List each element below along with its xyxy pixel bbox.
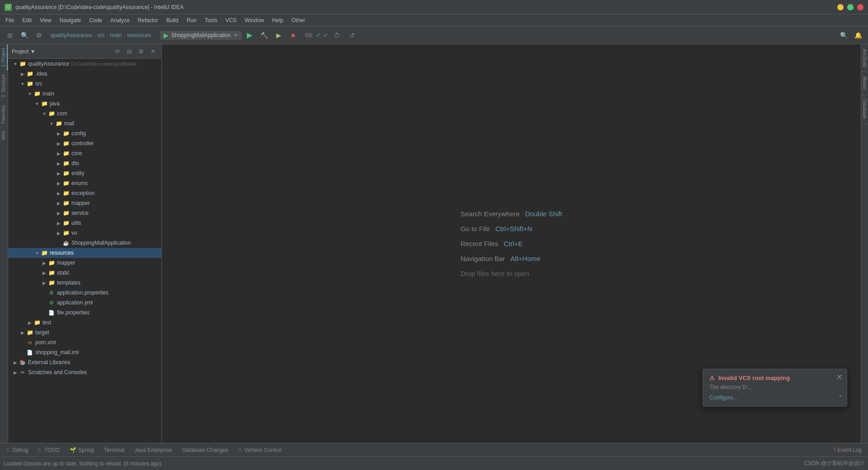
title-text: qualityAssurance [D:\Code\idea-code\qual…: [15, 4, 837, 10]
tree-item-mapper[interactable]: ▶ 📁 mapper: [8, 198, 161, 208]
notification-close-button[interactable]: ✕: [836, 373, 842, 381]
tab-event-log[interactable]: ! Event Log: [830, 445, 866, 455]
folder-icon: 📁: [62, 170, 70, 177]
tab-project[interactable]: 1: Project: [0, 44, 8, 71]
folder-icon: 📁: [26, 329, 33, 336]
menu-view[interactable]: View: [36, 16, 55, 25]
tab-structure[interactable]: 2: Structure: [0, 71, 8, 101]
bc-project[interactable]: qualityAssurance: [51, 32, 92, 38]
tab-version-control[interactable]: 9: Version Control: [234, 445, 286, 455]
folder-icon: 📁: [33, 90, 41, 97]
tree-item-static[interactable]: ▶ 📁 static: [8, 268, 161, 278]
tab-ant-build[interactable]: Ant Build: [861, 44, 868, 72]
maximize-button[interactable]: [847, 4, 854, 10]
notification-expand-btn[interactable]: ˅: [839, 394, 842, 403]
tree-item-target[interactable]: ▶ 📁 target: [8, 328, 161, 337]
menu-help[interactable]: Help: [269, 16, 287, 25]
tree-item-entity[interactable]: ▶ 📁 entity: [8, 168, 161, 178]
coverage-button[interactable]: ▶: [272, 29, 285, 42]
folder-icon: 📁: [62, 219, 70, 227]
menu-tools[interactable]: Tools: [201, 16, 221, 25]
tree-label-service: service: [71, 210, 89, 216]
tab-maven[interactable]: Maven: [861, 72, 868, 95]
tree-item-service[interactable]: ▶ 📁 service: [8, 208, 161, 218]
menu-refactor[interactable]: Refactor: [134, 16, 162, 25]
tab-todo[interactable]: 6: TODO: [34, 445, 65, 455]
tree-item-templates[interactable]: ▶ 📁 templates: [8, 278, 161, 288]
close-button[interactable]: [857, 4, 863, 10]
tree-item-vo[interactable]: ▶ 📁 vo: [8, 228, 161, 238]
tree-item-resources[interactable]: ▼ 📁 resources: [8, 248, 161, 258]
tree-item-iml[interactable]: ▶ 📄 shopping_mall.iml: [8, 347, 161, 357]
tree-item-mall[interactable]: ▼ 📁 mall: [8, 119, 161, 128]
git-area: Git: ✓ ✓ ⏱ ↺: [305, 29, 359, 42]
menu-analyze[interactable]: Analyze: [107, 16, 133, 25]
tree-item-config[interactable]: ▶ 📁 config: [8, 128, 161, 138]
build-button[interactable]: 🔨: [258, 29, 270, 42]
menu-edit[interactable]: Edit: [19, 16, 35, 25]
toolbar-search-btn[interactable]: 🔍: [18, 29, 31, 42]
tree-item-mapper2[interactable]: ▶ 📁 mapper: [8, 258, 161, 268]
menu-run[interactable]: Run: [183, 16, 200, 25]
tree-item-scratches[interactable]: ▶ ✏ Scratches and Consoles: [8, 367, 161, 377]
tree-item-appprop[interactable]: ▶ ⚙ application.properties: [8, 288, 161, 298]
folder-icon: 📁: [55, 120, 62, 127]
menu-file[interactable]: File: [2, 16, 18, 25]
tree-item-test[interactable]: ▶ 📁 test: [8, 318, 161, 328]
tree-item-appyml[interactable]: ▶ ⚙ application.yml: [8, 298, 161, 308]
menu-other[interactable]: Other: [288, 16, 309, 25]
menu-navigate[interactable]: Navigate: [56, 16, 85, 25]
tree-item-exception[interactable]: ▶ 📁 exception: [8, 188, 161, 198]
tab-java-enterprise[interactable]: Java Enterprise: [130, 445, 176, 455]
project-settings-btn[interactable]: ⚙: [136, 47, 146, 57]
tree-item-java[interactable]: ▼ 📁 java: [8, 99, 161, 109]
run-button[interactable]: ▶: [243, 29, 256, 42]
run-config-selector[interactable]: ▶ ShoppingMallApplication ▼: [160, 31, 241, 40]
window-controls[interactable]: [837, 4, 863, 10]
search-everywhere-btn[interactable]: 🔍: [837, 29, 850, 42]
project-header-title: Project ▼: [12, 48, 111, 55]
tab-spring[interactable]: 🌱 Spring: [65, 445, 99, 455]
tree-item-shoppingmallapp[interactable]: ▶ ☕ ShoppingMallApplication: [8, 238, 161, 248]
tab-database[interactable]: Database: [861, 95, 868, 124]
project-collapse-btn[interactable]: ⊟: [124, 47, 134, 57]
tree-item-root[interactable]: ▼ 📁 qualityAssurance D:\Code\idea-code\q…: [8, 59, 161, 69]
menu-code[interactable]: Code: [85, 16, 106, 25]
menu-window[interactable]: Window: [241, 16, 268, 25]
tree-item-extlibs[interactable]: ▶ 📚 External Libraries: [8, 357, 161, 367]
tree-item-pom[interactable]: ▶ m pom.xml: [8, 337, 161, 347]
menu-vcs[interactable]: VCS: [222, 16, 241, 25]
expand-icon: ▶: [55, 171, 62, 176]
tree-item-core[interactable]: ▶ 📁 core: [8, 148, 161, 158]
tree-item-main[interactable]: ▼ 📁 main: [8, 89, 161, 99]
git-history-btn[interactable]: ⏱: [330, 29, 343, 42]
tree-item-fileprop[interactable]: ▶ 📄 file.properties: [8, 308, 161, 318]
tree-item-src[interactable]: ▼ 📁 src: [8, 79, 161, 89]
minimize-button[interactable]: [837, 4, 844, 10]
project-sync-btn[interactable]: ⟳: [113, 47, 123, 57]
tree-item-dto[interactable]: ▶ 📁 dto: [8, 158, 161, 168]
tab-favorites[interactable]: Favorites: [0, 101, 8, 127]
toolbar-settings-btn[interactable]: ⚙: [33, 29, 45, 42]
configure-link[interactable]: Configure...: [709, 394, 737, 401]
bc-resources[interactable]: resources: [127, 32, 151, 38]
editor-hints: Search Everywhere Double Shift Go to Fil…: [461, 210, 562, 277]
tree-item-idea[interactable]: ▶ 📁 .idea: [8, 69, 161, 79]
tree-item-enums[interactable]: ▶ 📁 enums: [8, 178, 161, 188]
project-close-btn[interactable]: ✕: [148, 47, 158, 57]
tree-item-utils[interactable]: ▶ 📁 utils: [8, 218, 161, 228]
tab-terminal[interactable]: Terminal: [99, 445, 129, 455]
notifications-btn[interactable]: 🔔: [852, 29, 864, 42]
stop-button[interactable]: ■: [287, 29, 299, 42]
menu-build[interactable]: Build: [163, 16, 182, 25]
git-undo-btn[interactable]: ↺: [346, 29, 359, 42]
tree-item-com[interactable]: ▼ 📁 com: [8, 109, 161, 119]
tab-debug[interactable]: 5: Debug: [2, 445, 33, 455]
tree-label-enums: enums: [71, 180, 88, 186]
bc-src[interactable]: src: [97, 32, 104, 38]
tab-web[interactable]: Web: [0, 127, 8, 143]
toolbar-layout-btn[interactable]: ⊞: [4, 29, 16, 42]
tree-item-controller[interactable]: ▶ 📁 controller: [8, 138, 161, 148]
bc-main[interactable]: main: [110, 32, 122, 38]
tab-database-changes[interactable]: Database Changes: [178, 445, 233, 455]
